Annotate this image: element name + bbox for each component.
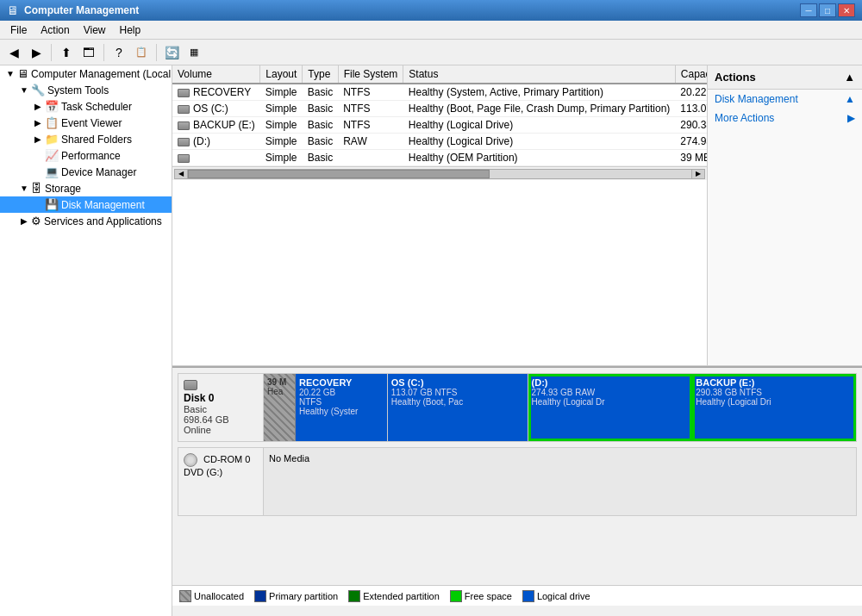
- disk-management-icon: 💾: [45, 198, 59, 211]
- toolbar-separator-3: [156, 44, 157, 61]
- cell-fs: [338, 150, 403, 166]
- menu-help[interactable]: Help: [113, 22, 148, 38]
- scroll-right-button[interactable]: ▶: [691, 169, 705, 179]
- tree-item-event-viewer[interactable]: ▶ 📋 Event Viewer: [0, 115, 172, 131]
- partition-oem[interactable]: 39 M Hea: [264, 374, 296, 441]
- disk-volume-icon: [178, 121, 190, 130]
- toolbar-separator-1: [51, 44, 52, 61]
- table-row[interactable]: RECOVERYSimpleBasicNTFSHealthy (System, …: [172, 84, 707, 101]
- up-button[interactable]: ⬆: [56, 42, 77, 63]
- forward-button[interactable]: ▶: [26, 42, 47, 63]
- tree-label-shared-folders: Shared Folders: [61, 134, 132, 146]
- table-section: Volume Layout Type File System Status Ca…: [172, 65, 707, 365]
- free-space-swatch: [450, 590, 462, 602]
- disk-area-spacer: [172, 516, 862, 585]
- primary-swatch: [254, 590, 266, 602]
- tree-item-root[interactable]: ▼ 🖥 Computer Management (Local: [0, 65, 172, 82]
- part4-status: Healthy (Logical Dr: [532, 397, 689, 407]
- scroll-thumb[interactable]: [188, 170, 490, 178]
- main-layout: ▼ 🖥 Computer Management (Local ▼ 🔧 Syste…: [0, 65, 862, 616]
- scroll-left-button[interactable]: ◀: [174, 169, 188, 179]
- actions-more-item[interactable]: More Actions ▶: [708, 109, 862, 128]
- actions-disk-management-label: Disk Management: [715, 93, 798, 105]
- cell-type: Basic: [303, 150, 338, 166]
- toolbar-separator-2: [103, 44, 104, 61]
- table-row[interactable]: OS (C:)SimpleBasicNTFSHealthy (Boot, Pag…: [172, 101, 707, 117]
- back-button[interactable]: ◀: [3, 42, 24, 63]
- disk0-label: Disk 0 Basic 698.64 GB Online: [178, 373, 264, 442]
- tree-label-services: Services and Applications: [44, 215, 162, 227]
- export-button[interactable]: 📋: [131, 42, 152, 63]
- table-row[interactable]: BACKUP (E:)SimpleBasicNTFSHealthy (Logic…: [172, 117, 707, 134]
- tree-item-storage[interactable]: ▼ 🗄 Storage: [0, 180, 172, 196]
- expander-services: ▶: [17, 216, 31, 226]
- disk0-type: Basic: [184, 404, 258, 414]
- tree-label-device-manager: Device Manager: [61, 166, 136, 178]
- part2-name: RECOVERY: [299, 377, 384, 388]
- show-hide-button[interactable]: 🗔: [78, 42, 99, 63]
- tree-item-disk-management[interactable]: 💾 Disk Management: [0, 196, 172, 213]
- legend: Unallocated Primary partition Extended p…: [172, 585, 862, 606]
- scroll-track[interactable]: [188, 169, 691, 179]
- minimize-button[interactable]: ─: [800, 3, 817, 17]
- part1-name: 39 M: [267, 377, 291, 387]
- cell-layout: Simple: [260, 117, 303, 134]
- col-status[interactable]: Status: [403, 65, 675, 84]
- horizontal-scrollbar[interactable]: ◀ ▶: [172, 166, 707, 180]
- table-row[interactable]: (D:)SimpleBasicRAWHealthy (Logical Drive…: [172, 134, 707, 150]
- close-button[interactable]: ✕: [838, 3, 855, 17]
- partition-os[interactable]: OS (C:) 113.07 GB NTFS Healthy (Boot, Pa…: [388, 374, 528, 441]
- cell-layout: Simple: [260, 101, 303, 117]
- services-icon: ⚙: [31, 215, 41, 227]
- col-type[interactable]: Type: [303, 65, 338, 84]
- cell-layout: Simple: [260, 84, 303, 101]
- part1-status: Hea: [267, 387, 291, 396]
- disk-table: Volume Layout Type File System Status Ca…: [172, 65, 707, 166]
- part3-size: 113.07 GB NTFS: [391, 388, 524, 397]
- menu-view[interactable]: View: [77, 22, 113, 38]
- partition-d[interactable]: (D:) 274.93 GB RAW Healthy (Logical Dr: [528, 374, 693, 441]
- tree-item-task-scheduler[interactable]: ▶ 📅 Task Scheduler: [0, 98, 172, 115]
- performance-icon: 📈: [45, 149, 59, 162]
- cell-volume: RECOVERY: [172, 84, 260, 101]
- cell-status: Healthy (System, Active, Primary Partiti…: [403, 84, 675, 101]
- col-capacity[interactable]: Capacity: [675, 65, 707, 84]
- chart-button[interactable]: ▦: [184, 42, 204, 63]
- actions-disk-management-item[interactable]: Disk Management ▲: [708, 90, 862, 109]
- table-row[interactable]: SimpleBasicHealthy (OEM Partition)39 MB: [172, 150, 707, 166]
- cdrom0-name: CD-ROM 0: [203, 454, 250, 464]
- legend-primary: Primary partition: [254, 590, 338, 602]
- toolbar: ◀ ▶ ⬆ 🗔 ? 📋 🔄 ▦: [0, 40, 862, 65]
- cell-type: Basic: [303, 101, 338, 117]
- event-viewer-icon: 📋: [45, 116, 59, 129]
- disk-visual-area: Disk 0 Basic 698.64 GB Online 39 M Hea R…: [172, 366, 862, 616]
- refresh-button[interactable]: 🔄: [161, 42, 182, 63]
- part3-status: Healthy (Boot, Pac: [391, 397, 524, 407]
- expander-event-viewer: ▶: [31, 118, 45, 128]
- menu-file[interactable]: File: [3, 22, 34, 38]
- tree-item-services[interactable]: ▶ ⚙ Services and Applications: [0, 213, 172, 229]
- cell-type: Basic: [303, 84, 338, 101]
- actions-panel: Actions ▲ Disk Management ▲ More Actions…: [707, 65, 862, 365]
- cdrom0-row: CD-ROM 0 DVD (G:) No Media: [178, 447, 857, 516]
- col-filesystem[interactable]: File System: [338, 65, 403, 84]
- cell-status: Healthy (Logical Drive): [403, 117, 675, 134]
- menu-action[interactable]: Action: [34, 22, 76, 38]
- window-title: Computer Management: [24, 4, 800, 16]
- col-volume[interactable]: Volume: [172, 65, 260, 84]
- tree-item-performance[interactable]: 📈 Performance: [0, 147, 172, 164]
- partition-recovery[interactable]: RECOVERY 20.22 GB NTFS Healthy (Syster: [296, 374, 388, 441]
- help-button[interactable]: ?: [109, 42, 129, 63]
- window-controls: ─ □ ✕: [800, 3, 855, 17]
- tree-item-device-manager[interactable]: 💻 Device Manager: [0, 164, 172, 180]
- maximize-button[interactable]: □: [819, 3, 836, 17]
- actions-more-label: More Actions: [715, 112, 774, 124]
- legend-free-space-label: Free space: [465, 591, 512, 601]
- partition-backup[interactable]: BACKUP (E:) 290.38 GB NTFS Healthy (Logi…: [692, 374, 856, 441]
- cell-type: Basic: [303, 117, 338, 134]
- tree-item-shared-folders[interactable]: ▶ 📁 Shared Folders: [0, 131, 172, 147]
- tree-label-event-viewer: Event Viewer: [61, 117, 122, 129]
- col-layout[interactable]: Layout: [260, 65, 303, 84]
- tree-item-system-tools[interactable]: ▼ 🔧 System Tools: [0, 82, 172, 98]
- actions-header[interactable]: Actions ▲: [708, 65, 862, 90]
